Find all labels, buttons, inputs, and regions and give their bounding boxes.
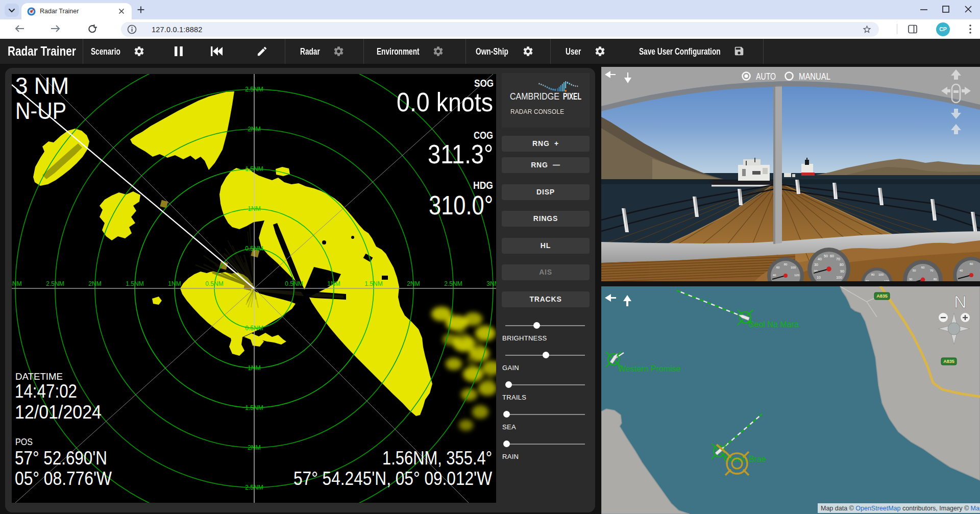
svg-text:40: 40 [818, 257, 822, 261]
svg-text:1NM: 1NM [248, 205, 260, 212]
svg-text:30: 30 [814, 263, 818, 266]
svg-text:60: 60 [921, 266, 925, 269]
svg-text:0.5NM: 0.5NM [245, 245, 263, 252]
svg-text:Ceol Na Mara: Ceol Na Mara [748, 320, 799, 329]
svg-text:N-UP: N-UP [15, 97, 66, 124]
svg-text:0.5NM: 0.5NM [285, 280, 303, 287]
svg-text:20: 20 [961, 281, 965, 281]
svg-text:50: 50 [824, 254, 828, 258]
svg-text:50: 50 [913, 269, 916, 272]
svg-text:05° 08.776'W: 05° 08.776'W [15, 468, 112, 489]
svg-text:311.3°: 311.3° [428, 139, 493, 169]
svg-text:2NM: 2NM [248, 444, 260, 451]
svg-text:14:47:02: 14:47:02 [15, 381, 77, 402]
svg-text:AUTO: AUTO [756, 71, 776, 82]
svg-text:60: 60 [776, 266, 780, 269]
svg-text:40: 40 [773, 274, 776, 277]
svg-text:Map data © OpenStreetMap contr: Map data © OpenStreetMap contributors, I… [821, 505, 980, 512]
svg-text:1NM: 1NM [327, 280, 340, 287]
svg-text:HDG: HDG [473, 180, 493, 191]
svg-text:100: 100 [836, 276, 842, 279]
svg-text:2.5NM: 2.5NM [444, 280, 462, 287]
svg-text:2.5NM: 2.5NM [245, 86, 263, 93]
svg-text:CAMBRIDGE: CAMBRIDGE [510, 91, 559, 102]
svg-text:80: 80 [934, 278, 937, 281]
svg-text:310.0°: 310.0° [429, 190, 493, 220]
svg-text:MANUAL: MANUAL [799, 71, 830, 82]
svg-text:1.5NM: 1.5NM [364, 280, 382, 287]
svg-text:3NM: 3NM [486, 280, 496, 287]
svg-text:1.5NM: 1.5NM [126, 280, 143, 287]
svg-text:60: 60 [830, 254, 834, 258]
svg-text:40: 40 [960, 269, 963, 272]
svg-text:0.5NM: 0.5NM [205, 280, 223, 287]
svg-text:1.56NM, 355.4°: 1.56NM, 355.4° [382, 448, 492, 469]
svg-text:70: 70 [930, 269, 934, 272]
svg-text:100: 100 [977, 281, 980, 281]
svg-text:2NM: 2NM [248, 126, 260, 133]
svg-text:80: 80 [840, 263, 844, 266]
svg-text:3NM: 3NM [12, 280, 22, 287]
svg-text:PIXEL: PIXEL [563, 91, 581, 102]
svg-text:80: 80 [871, 273, 875, 276]
svg-text:1NM: 1NM [168, 280, 181, 287]
svg-text:Western Promise: Western Promise [618, 364, 681, 373]
svg-text:90: 90 [840, 270, 844, 273]
svg-text:120: 120 [884, 280, 890, 281]
svg-text:DATETIME: DATETIME [15, 371, 63, 382]
svg-text:1.5NM: 1.5NM [245, 404, 263, 411]
svg-text:100: 100 [791, 266, 796, 269]
svg-text:120: 120 [794, 274, 800, 277]
svg-text:A835: A835 [876, 293, 888, 299]
svg-text:80: 80 [784, 263, 788, 266]
svg-text:57° 54.245'N, 05° 09.012'W: 57° 54.245'N, 05° 09.012'W [293, 468, 492, 489]
svg-text:2NM: 2NM [407, 280, 420, 287]
svg-text:3 NM: 3 NM [15, 74, 69, 99]
svg-text:2NM: 2NM [88, 280, 101, 287]
svg-text:1NM: 1NM [248, 364, 260, 372]
svg-text:10: 10 [817, 276, 821, 279]
svg-text:POS: POS [15, 436, 33, 447]
svg-text:0.5NM: 0.5NM [245, 325, 263, 332]
svg-text:70: 70 [836, 257, 840, 261]
svg-text:0.0 knots: 0.0 knots [397, 87, 493, 117]
svg-text:2.5NM: 2.5NM [46, 280, 64, 287]
svg-text:N: N [954, 292, 967, 311]
svg-text:60: 60 [970, 262, 973, 265]
svg-text:1.5NM: 1.5NM [245, 165, 263, 173]
svg-text:A835: A835 [943, 359, 954, 364]
svg-text:30: 30 [909, 278, 913, 281]
svg-text:12/01/2024: 12/01/2024 [15, 402, 102, 423]
svg-text:100: 100 [878, 273, 884, 276]
svg-text:60: 60 [866, 280, 869, 281]
svg-text:2.5NM: 2.5NM [245, 484, 263, 491]
svg-text:57° 52.690'N: 57° 52.690'N [15, 448, 107, 469]
